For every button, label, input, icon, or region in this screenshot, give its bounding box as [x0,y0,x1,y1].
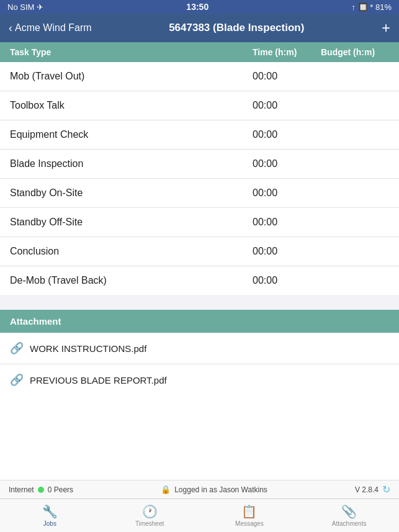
back-button[interactable]: ‹ Acme Wind Farm [9,22,92,35]
bottom-status-bar: Internet 0 Peers 🔒 Logged in as Jason Wa… [0,480,399,498]
add-button[interactable]: + [382,20,390,35]
task-row[interactable]: Mob (Travel Out) 00:00 [0,62,399,91]
attachment-filename: WORK INSTRUCTIONS.pdf [30,343,146,354]
task-name: Blade Inspection [10,158,253,169]
task-time: 00:00 [253,187,321,199]
internet-status-dot [38,487,44,493]
task-row[interactable]: De-Mob (Travel Back) 00:00 [0,266,399,295]
status-left: No SIM ✈ [7,2,43,12]
battery-label: ↑ 🔲 * 81% [352,2,392,12]
task-name: De-Mob (Travel Back) [10,275,253,286]
tab-messages-label: Messages [235,520,264,527]
main-content: Task Type Time (h:m) Budget (h:m) Mob (T… [0,42,399,480]
task-row[interactable]: Conclusion 00:00 [0,237,399,266]
refresh-icon[interactable]: ↻ [382,484,390,495]
task-name: Conclusion [10,246,253,257]
nav-title: 5647383 (Blade Inspection) [97,22,377,34]
task-time: 00:00 [253,246,321,257]
task-name: Mob (Travel Out) [10,71,253,82]
attachment-row[interactable]: 🔗 WORK INSTRUCTIONS.pdf [0,333,399,364]
timesheet-icon: 🕐 [142,504,158,519]
peers-label: 0 Peers [48,485,73,494]
attachments-icon: 📎 [341,504,357,519]
col-task-type: Task Type [10,47,253,57]
attachment-file-icon: 🔗 [10,373,24,387]
version-label: V 2.8.4 [355,485,379,494]
tab-jobs[interactable]: 🔧 Jobs [0,499,100,532]
tab-bar: 🔧 Jobs 🕐 Timesheet 📋 Messages 📎 Attachme… [0,498,399,532]
task-row[interactable]: Blade Inspection 00:00 [0,150,399,179]
attachment-header-label: Attachment [10,316,61,327]
task-time: 00:00 [253,100,321,111]
task-time: 00:00 [253,129,321,140]
col-time: Time (h:m) [253,47,321,57]
status-time: 13:50 [186,2,208,12]
bottom-padding [0,395,399,408]
status-right: ↑ 🔲 * 81% [352,2,392,12]
back-chevron-icon: ‹ [9,22,12,35]
logged-in-label: Logged in as Jason Watkins [174,485,267,494]
jobs-icon: 🔧 [42,504,58,519]
task-row[interactable]: Toolbox Talk 00:00 [0,91,399,120]
messages-icon: 📋 [241,504,257,519]
tab-timesheet[interactable]: 🕐 Timesheet [100,499,200,532]
task-time: 00:00 [253,158,321,169]
task-name: Equipment Check [10,129,253,140]
task-row[interactable]: Equipment Check 00:00 [0,120,399,150]
task-time: 00:00 [253,71,321,82]
task-list: Mob (Travel Out) 00:00 Toolbox Talk 00:0… [0,62,399,295]
table-header: Task Type Time (h:m) Budget (h:m) [0,42,399,62]
task-row[interactable]: Standby On-Site 00:00 [0,179,399,208]
task-name: Standby On-Site [10,187,253,199]
attachment-list: 🔗 WORK INSTRUCTIONS.pdf 🔗 PREVIOUS BLADE… [0,333,399,395]
tab-timesheet-label: Timesheet [135,520,164,527]
back-label: Acme Wind Farm [15,22,92,34]
attachment-header: Attachment [0,310,399,333]
tab-messages[interactable]: 📋 Messages [200,499,300,532]
status-bar: No SIM ✈ 13:50 ↑ 🔲 * 81% [0,0,399,14]
section-gap [0,295,399,310]
no-sim-label: No SIM ✈ [7,2,43,12]
attachment-row[interactable]: 🔗 PREVIOUS BLADE REPORT.pdf [0,364,399,395]
task-name: Toolbox Talk [10,100,253,111]
task-name: Standby Off-Site [10,217,253,228]
tab-attachments[interactable]: 📎 Attachments [299,499,399,532]
lock-icon: 🔒 [161,485,171,494]
nav-bar: ‹ Acme Wind Farm 5647383 (Blade Inspecti… [0,14,399,42]
tab-attachments-label: Attachments [332,520,367,527]
col-budget: Budget (h:m) [321,47,389,57]
task-time: 00:00 [253,275,321,286]
task-time: 00:00 [253,217,321,228]
attachment-file-icon: 🔗 [10,341,24,355]
internet-label: Internet [9,485,34,494]
attachment-filename: PREVIOUS BLADE REPORT.pdf [30,375,167,385]
task-row[interactable]: Standby Off-Site 00:00 [0,208,399,237]
tab-jobs-label: Jobs [43,520,56,527]
